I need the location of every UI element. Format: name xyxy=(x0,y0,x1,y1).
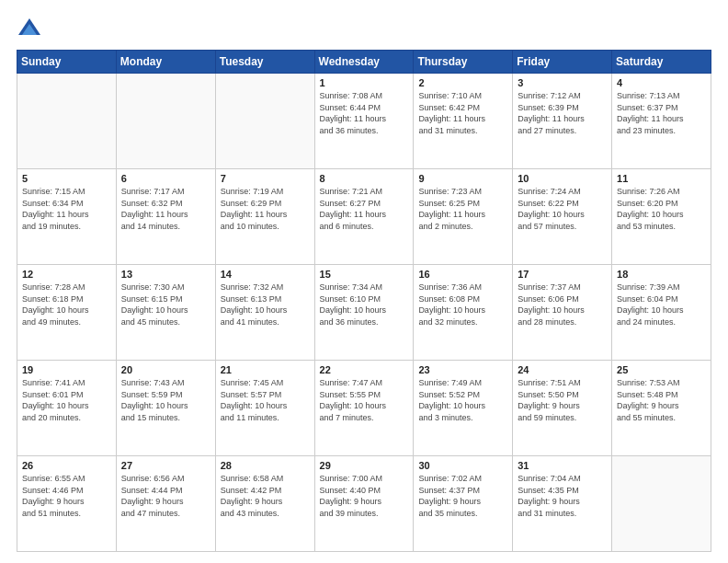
calendar-cell: 29Sunrise: 7:00 AM Sunset: 4:40 PM Dayli… xyxy=(314,456,414,552)
day-number: 11 xyxy=(617,173,706,184)
day-number: 16 xyxy=(418,269,507,280)
day-number: 13 xyxy=(121,269,210,280)
calendar-week-row: 12Sunrise: 7:28 AM Sunset: 6:18 PM Dayli… xyxy=(17,265,711,361)
day-info: Sunrise: 7:10 AM Sunset: 6:42 PM Dayligh… xyxy=(418,90,507,136)
day-info: Sunrise: 7:19 AM Sunset: 6:29 PM Dayligh… xyxy=(221,186,310,232)
day-number: 20 xyxy=(121,364,210,375)
calendar-cell: 8Sunrise: 7:21 AM Sunset: 6:27 PM Daylig… xyxy=(314,169,414,265)
calendar-week-row: 26Sunrise: 6:55 AM Sunset: 4:46 PM Dayli… xyxy=(17,456,711,552)
calendar-cell: 30Sunrise: 7:02 AM Sunset: 4:37 PM Dayli… xyxy=(414,456,513,552)
day-info: Sunrise: 7:28 AM Sunset: 6:18 PM Dayligh… xyxy=(22,282,111,327)
day-number: 12 xyxy=(22,269,111,280)
col-friday: Friday xyxy=(513,51,612,74)
calendar-week-row: 1Sunrise: 7:08 AM Sunset: 6:44 PM Daylig… xyxy=(17,74,711,169)
day-number: 25 xyxy=(617,364,706,375)
calendar-header-row: Sunday Monday Tuesday Wednesday Thursday… xyxy=(17,51,711,74)
day-number: 10 xyxy=(518,173,607,184)
logo-icon xyxy=(17,17,42,42)
calendar-cell: 22Sunrise: 7:47 AM Sunset: 5:55 PM Dayli… xyxy=(314,361,414,456)
day-info: Sunrise: 7:47 AM Sunset: 5:55 PM Dayligh… xyxy=(320,377,409,423)
day-info: Sunrise: 7:12 AM Sunset: 6:39 PM Dayligh… xyxy=(518,90,607,136)
calendar-cell: 26Sunrise: 6:55 AM Sunset: 4:46 PM Dayli… xyxy=(17,456,117,552)
day-number: 24 xyxy=(518,364,607,375)
day-number: 21 xyxy=(221,364,310,375)
logo xyxy=(17,17,46,42)
day-info: Sunrise: 7:53 AM Sunset: 5:48 PM Dayligh… xyxy=(617,377,706,423)
day-number: 27 xyxy=(121,460,210,471)
day-number: 4 xyxy=(617,77,706,88)
day-number: 30 xyxy=(418,460,507,471)
day-number: 22 xyxy=(320,364,409,375)
day-number: 28 xyxy=(221,460,310,471)
day-number: 29 xyxy=(320,460,409,471)
calendar-cell: 4Sunrise: 7:13 AM Sunset: 6:37 PM Daylig… xyxy=(612,74,711,169)
day-number: 9 xyxy=(418,173,507,184)
day-info: Sunrise: 7:26 AM Sunset: 6:20 PM Dayligh… xyxy=(617,186,706,232)
day-number: 7 xyxy=(221,173,310,184)
calendar-cell xyxy=(17,74,117,169)
calendar-cell: 21Sunrise: 7:45 AM Sunset: 5:57 PM Dayli… xyxy=(215,361,314,456)
calendar-table: Sunday Monday Tuesday Wednesday Thursday… xyxy=(17,50,711,552)
day-number: 23 xyxy=(418,364,507,375)
day-info: Sunrise: 7:51 AM Sunset: 5:50 PM Dayligh… xyxy=(518,377,607,423)
day-number: 17 xyxy=(518,269,607,280)
day-info: Sunrise: 7:00 AM Sunset: 4:40 PM Dayligh… xyxy=(320,473,409,519)
calendar-cell: 28Sunrise: 6:58 AM Sunset: 4:42 PM Dayli… xyxy=(215,456,314,552)
day-number: 2 xyxy=(418,77,507,88)
calendar-cell: 1Sunrise: 7:08 AM Sunset: 6:44 PM Daylig… xyxy=(314,74,414,169)
day-info: Sunrise: 7:02 AM Sunset: 4:37 PM Dayligh… xyxy=(418,473,507,519)
header xyxy=(17,17,711,42)
col-sunday: Sunday xyxy=(17,51,117,74)
day-number: 5 xyxy=(22,173,111,184)
day-info: Sunrise: 7:36 AM Sunset: 6:08 PM Dayligh… xyxy=(418,282,507,327)
day-info: Sunrise: 6:55 AM Sunset: 4:46 PM Dayligh… xyxy=(22,473,111,519)
day-info: Sunrise: 7:41 AM Sunset: 6:01 PM Dayligh… xyxy=(22,377,111,423)
calendar-cell: 17Sunrise: 7:37 AM Sunset: 6:06 PM Dayli… xyxy=(513,265,612,361)
day-number: 18 xyxy=(617,269,706,280)
day-number: 14 xyxy=(221,269,310,280)
day-number: 26 xyxy=(22,460,111,471)
calendar-week-row: 19Sunrise: 7:41 AM Sunset: 6:01 PM Dayli… xyxy=(17,361,711,456)
calendar-cell: 5Sunrise: 7:15 AM Sunset: 6:34 PM Daylig… xyxy=(17,169,117,265)
calendar-cell: 2Sunrise: 7:10 AM Sunset: 6:42 PM Daylig… xyxy=(414,74,513,169)
col-wednesday: Wednesday xyxy=(314,51,414,74)
calendar-cell xyxy=(116,74,215,169)
calendar-cell: 11Sunrise: 7:26 AM Sunset: 6:20 PM Dayli… xyxy=(612,169,711,265)
calendar-cell xyxy=(215,74,314,169)
day-number: 6 xyxy=(121,173,210,184)
day-info: Sunrise: 7:45 AM Sunset: 5:57 PM Dayligh… xyxy=(221,377,310,423)
calendar-cell: 31Sunrise: 7:04 AM Sunset: 4:35 PM Dayli… xyxy=(513,456,612,552)
day-info: Sunrise: 7:15 AM Sunset: 6:34 PM Dayligh… xyxy=(22,186,111,232)
calendar-cell: 19Sunrise: 7:41 AM Sunset: 6:01 PM Dayli… xyxy=(17,361,117,456)
calendar-cell: 12Sunrise: 7:28 AM Sunset: 6:18 PM Dayli… xyxy=(17,265,117,361)
calendar-cell: 7Sunrise: 7:19 AM Sunset: 6:29 PM Daylig… xyxy=(215,169,314,265)
calendar-cell xyxy=(612,456,711,552)
calendar-cell: 14Sunrise: 7:32 AM Sunset: 6:13 PM Dayli… xyxy=(215,265,314,361)
calendar-week-row: 5Sunrise: 7:15 AM Sunset: 6:34 PM Daylig… xyxy=(17,169,711,265)
day-info: Sunrise: 7:39 AM Sunset: 6:04 PM Dayligh… xyxy=(617,282,706,327)
day-number: 19 xyxy=(22,364,111,375)
day-info: Sunrise: 6:56 AM Sunset: 4:44 PM Dayligh… xyxy=(121,473,210,519)
page: Sunday Monday Tuesday Wednesday Thursday… xyxy=(0,0,728,563)
day-number: 8 xyxy=(320,173,409,184)
day-info: Sunrise: 7:34 AM Sunset: 6:10 PM Dayligh… xyxy=(320,282,409,327)
col-monday: Monday xyxy=(116,51,215,74)
calendar-cell: 23Sunrise: 7:49 AM Sunset: 5:52 PM Dayli… xyxy=(414,361,513,456)
day-info: Sunrise: 7:30 AM Sunset: 6:15 PM Dayligh… xyxy=(121,282,210,327)
col-saturday: Saturday xyxy=(612,51,711,74)
calendar-cell: 3Sunrise: 7:12 AM Sunset: 6:39 PM Daylig… xyxy=(513,74,612,169)
calendar-cell: 18Sunrise: 7:39 AM Sunset: 6:04 PM Dayli… xyxy=(612,265,711,361)
day-info: Sunrise: 6:58 AM Sunset: 4:42 PM Dayligh… xyxy=(221,473,310,519)
day-number: 15 xyxy=(320,269,409,280)
day-info: Sunrise: 7:17 AM Sunset: 6:32 PM Dayligh… xyxy=(121,186,210,232)
day-number: 31 xyxy=(518,460,607,471)
day-number: 3 xyxy=(518,77,607,88)
col-thursday: Thursday xyxy=(414,51,513,74)
calendar-cell: 9Sunrise: 7:23 AM Sunset: 6:25 PM Daylig… xyxy=(414,169,513,265)
calendar-cell: 24Sunrise: 7:51 AM Sunset: 5:50 PM Dayli… xyxy=(513,361,612,456)
day-info: Sunrise: 7:43 AM Sunset: 5:59 PM Dayligh… xyxy=(121,377,210,423)
calendar-cell: 10Sunrise: 7:24 AM Sunset: 6:22 PM Dayli… xyxy=(513,169,612,265)
calendar-cell: 25Sunrise: 7:53 AM Sunset: 5:48 PM Dayli… xyxy=(612,361,711,456)
day-info: Sunrise: 7:21 AM Sunset: 6:27 PM Dayligh… xyxy=(320,186,409,232)
day-info: Sunrise: 7:13 AM Sunset: 6:37 PM Dayligh… xyxy=(617,90,706,136)
